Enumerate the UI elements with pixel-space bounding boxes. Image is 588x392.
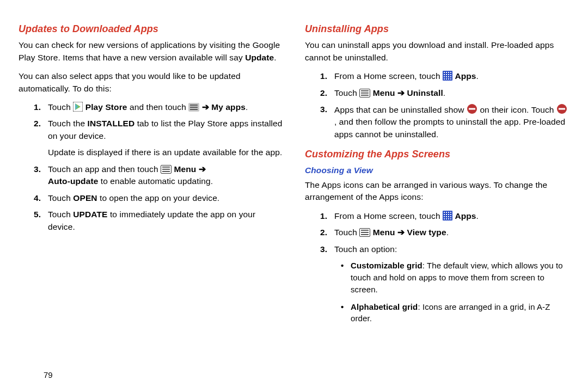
uninstall-steps: 1. From a Home screen, touch Apps. 2. To… <box>320 70 569 140</box>
customize-intro: The Apps icons can be arranged in variou… <box>305 179 569 204</box>
left-column: Updates to Downloaded Apps You can check… <box>19 22 283 334</box>
play-store-icon <box>73 102 83 112</box>
apps-icon <box>443 71 452 81</box>
heading-updates: Updates to Downloaded Apps <box>19 22 283 36</box>
heading-customize: Customizing the Apps Screens <box>305 147 569 161</box>
subheading-choosing-view: Choosing a View <box>305 164 569 176</box>
updates-step-2: 2. Touch the INSTALLED tab to list the P… <box>34 118 283 158</box>
customize-step-3: 3. Touch an option: • Customizable grid:… <box>320 243 569 330</box>
menu-icon <box>188 103 199 112</box>
updates-step-4: 4. Touch OPEN to open the app on your de… <box>34 192 283 204</box>
updates-steps: 1. Touch Play Store and then touch ➔ My … <box>34 101 283 233</box>
uninstall-intro: You can uninstall apps you download and … <box>305 39 569 64</box>
uninstall-step-1: 1. From a Home screen, touch Apps. <box>320 70 569 82</box>
remove-icon <box>467 103 477 114</box>
uninstall-step-2: 2. Touch Menu ➔ Uninstall. <box>320 87 569 99</box>
menu-icon <box>359 228 370 237</box>
updates-step-3: 3. Touch an app and then touch Menu ➔ Au… <box>34 163 283 188</box>
page-number: 79 <box>44 370 53 379</box>
option-customizable-grid: • Customizable grid: The default view, w… <box>341 260 569 295</box>
updates-step-1: 1. Touch Play Store and then touch ➔ My … <box>34 101 283 113</box>
menu-icon <box>161 165 171 174</box>
remove-icon <box>556 103 567 114</box>
updates-intro: You can check for new versions of applic… <box>19 39 283 64</box>
customize-steps: 1. From a Home screen, touch Apps. 2. To… <box>320 210 569 330</box>
customize-step-2: 2. Touch Menu ➔ View type. <box>320 226 569 238</box>
option-alphabetical-grid: • Alphabetical grid: Icons are arranged … <box>341 301 569 325</box>
right-column: Uninstalling Apps You can uninstall apps… <box>305 22 569 334</box>
updates-auto-intro: You can also select apps that you would … <box>19 70 283 95</box>
updates-step-5: 5. Touch UPDATE to immediately update th… <box>34 209 283 233</box>
customize-step-1: 1. From a Home screen, touch Apps. <box>320 210 569 222</box>
heading-uninstall: Uninstalling Apps <box>305 22 569 36</box>
uninstall-step-3: 3. Apps that can be uninstalled show on … <box>320 103 569 140</box>
apps-icon <box>443 211 452 220</box>
menu-icon <box>359 89 370 97</box>
